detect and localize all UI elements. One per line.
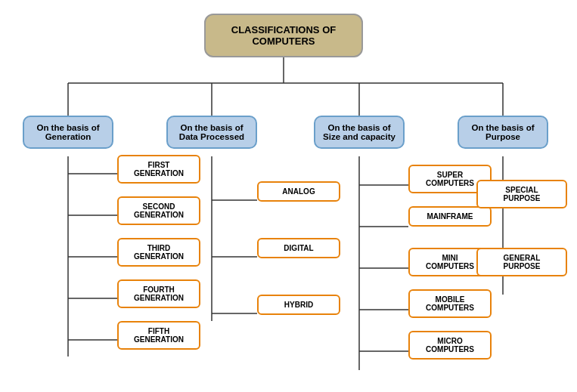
leaf-fourth-gen: FOURTHGENERATION <box>117 279 200 308</box>
leaf-micro: MICROCOMPUTERS <box>408 331 492 360</box>
cat-purpose: On the basis ofPurpose <box>458 116 548 149</box>
cat-size: On the basis ofSize and capacity <box>314 116 405 149</box>
leaf-fifth-gen: FIFTHGENERATION <box>117 321 200 350</box>
leaf-mainframe: MAINFRAME <box>408 206 492 227</box>
leaf-general: GENERALPURPOSE <box>476 248 567 276</box>
leaf-digital: DIGITAL <box>257 238 340 258</box>
cat-generation: On the basis ofGeneration <box>23 116 113 149</box>
leaf-special: SPECIALPURPOSE <box>476 180 567 208</box>
leaf-hybrid: HYBRID <box>257 295 340 315</box>
leaf-analog: ANALOG <box>257 181 340 202</box>
leaf-second-gen: SECONDGENERATION <box>117 196 200 225</box>
leaf-first-gen: FIRSTGENERATION <box>117 155 200 184</box>
root-title: CLASSIFICATIONS OF COMPUTERS <box>204 14 363 57</box>
diagram: CLASSIFICATIONS OF COMPUTERS On the basi… <box>0 0 577 392</box>
leaf-third-gen: THIRDGENERATION <box>117 238 200 267</box>
cat-data: On the basis ofData Processed <box>166 116 257 149</box>
leaf-mobile: MOBILECOMPUTERS <box>408 289 492 318</box>
